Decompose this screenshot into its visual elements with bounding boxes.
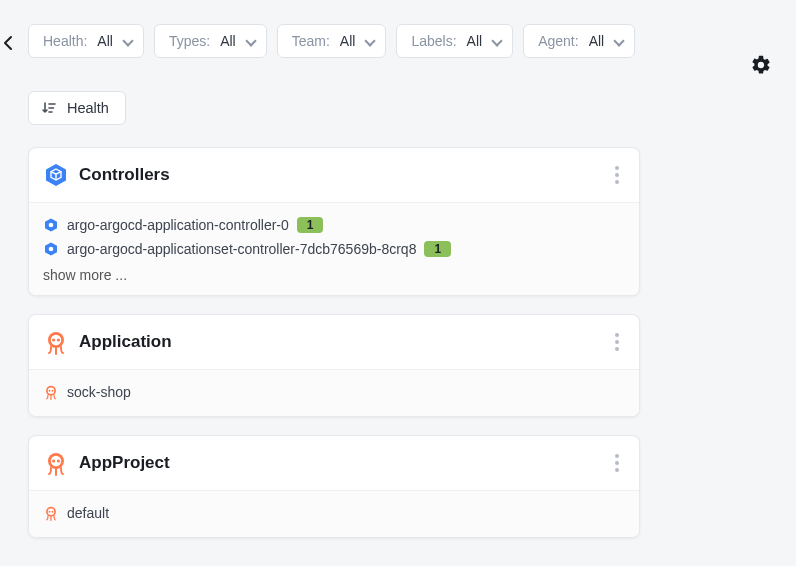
svg-point-14 xyxy=(57,338,60,341)
more-vertical-icon xyxy=(615,333,619,351)
filter-value: All xyxy=(220,33,236,49)
content-area: Controllers argo xyxy=(0,125,796,538)
filter-label: Team: xyxy=(292,33,330,49)
filter-value: All xyxy=(467,33,483,49)
filter-label: Labels: xyxy=(411,33,456,49)
hexagon-cube-icon xyxy=(43,162,69,188)
filter-health[interactable]: Health: All xyxy=(28,24,144,58)
card-body: default xyxy=(29,490,639,537)
filter-agent[interactable]: Agent: All xyxy=(523,24,635,58)
back-chevron[interactable] xyxy=(0,34,18,52)
svg-point-28 xyxy=(615,468,619,472)
filter-label: Health: xyxy=(43,33,87,49)
svg-point-26 xyxy=(615,454,619,458)
svg-point-32 xyxy=(51,511,53,513)
svg-point-20 xyxy=(49,390,51,392)
card-controllers: Controllers argo xyxy=(28,147,640,296)
card-more-button[interactable] xyxy=(609,331,625,353)
list-item[interactable]: argo-argocd-applicationset-controller-7d… xyxy=(43,237,625,261)
chevron-down-icon xyxy=(246,36,256,46)
svg-point-17 xyxy=(615,347,619,351)
item-name: default xyxy=(67,505,109,521)
item-name: sock-shop xyxy=(67,384,131,400)
card-body: sock-shop xyxy=(29,369,639,416)
card-title: Controllers xyxy=(79,165,170,185)
svg-point-31 xyxy=(49,511,51,513)
card-header: Application xyxy=(29,315,639,369)
hexagon-icon xyxy=(43,217,59,233)
card-more-button[interactable] xyxy=(609,164,625,186)
card-header: AppProject xyxy=(29,436,639,490)
argo-icon xyxy=(43,384,59,400)
card-appproject: AppProject xyxy=(28,435,640,538)
svg-point-13 xyxy=(52,338,55,341)
card-body: argo-argocd-application-controller-0 1 a… xyxy=(29,202,639,295)
filter-types[interactable]: Types: All xyxy=(154,24,267,58)
chevron-down-icon xyxy=(492,36,502,46)
more-vertical-icon xyxy=(615,166,619,184)
list-item[interactable]: argo-argocd-application-controller-0 1 xyxy=(43,213,625,237)
svg-point-10 xyxy=(49,247,54,252)
svg-point-24 xyxy=(52,459,55,462)
card-application: Application xyxy=(28,314,640,417)
svg-point-25 xyxy=(57,459,60,462)
svg-point-15 xyxy=(615,333,619,337)
list-item[interactable]: default xyxy=(43,501,625,525)
count-badge: 1 xyxy=(297,217,324,233)
filter-label: Agent: xyxy=(538,33,578,49)
sort-label: Health xyxy=(67,100,109,116)
svg-point-4 xyxy=(615,166,619,170)
chevron-down-icon xyxy=(365,36,375,46)
chevron-down-icon xyxy=(614,36,624,46)
filter-labels[interactable]: Labels: All xyxy=(396,24,513,58)
filter-team[interactable]: Team: All xyxy=(277,24,387,58)
filter-label: Types: xyxy=(169,33,210,49)
show-more-link[interactable]: show more ... xyxy=(43,267,625,283)
count-badge: 1 xyxy=(424,241,451,257)
list-item[interactable]: sock-shop xyxy=(43,380,625,404)
svg-point-6 xyxy=(615,180,619,184)
filter-value: All xyxy=(340,33,356,49)
chevron-down-icon xyxy=(123,36,133,46)
svg-point-21 xyxy=(51,390,53,392)
filter-value: All xyxy=(589,33,605,49)
item-name: argo-argocd-applicationset-controller-7d… xyxy=(67,241,416,257)
hexagon-icon xyxy=(43,241,59,257)
more-vertical-icon xyxy=(615,454,619,472)
argo-icon xyxy=(43,450,69,476)
item-name: argo-argocd-application-controller-0 xyxy=(67,217,289,233)
gear-icon xyxy=(750,54,772,76)
filter-value: All xyxy=(97,33,113,49)
svg-point-16 xyxy=(615,340,619,344)
card-header: Controllers xyxy=(29,148,639,202)
settings-button[interactable] xyxy=(750,54,772,76)
sort-icon xyxy=(41,100,57,116)
svg-point-8 xyxy=(49,223,54,228)
filter-toolbar: Health: All Types: All Team: All Labels:… xyxy=(0,0,796,125)
svg-point-27 xyxy=(615,461,619,465)
sort-button[interactable]: Health xyxy=(28,91,126,125)
card-title: AppProject xyxy=(79,453,170,473)
card-title: Application xyxy=(79,332,172,352)
argo-icon xyxy=(43,329,69,355)
svg-point-5 xyxy=(615,173,619,177)
card-more-button[interactable] xyxy=(609,452,625,474)
argo-icon xyxy=(43,505,59,521)
